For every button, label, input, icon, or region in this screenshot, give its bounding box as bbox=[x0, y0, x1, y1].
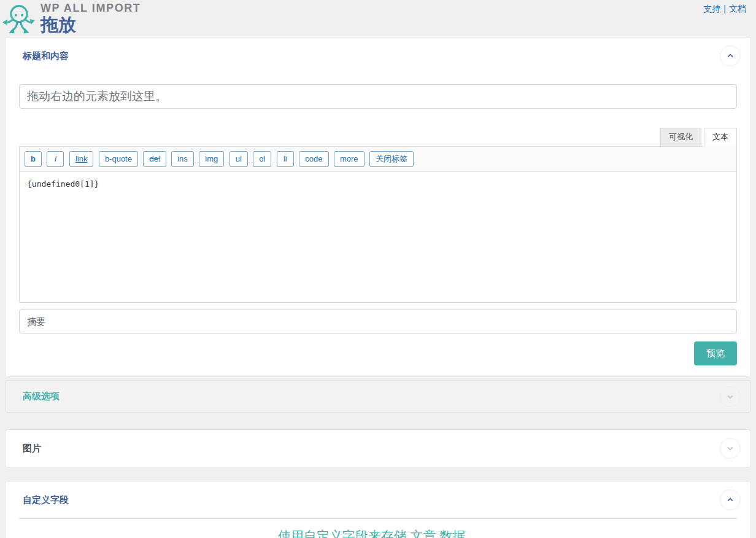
custom-fields-description: 使用自定义字段来存储 文章 数据。 bbox=[19, 528, 737, 538]
custom-fields-collapse-button[interactable] bbox=[720, 489, 741, 510]
quicktag-li-button[interactable]: li bbox=[277, 151, 294, 168]
section-divider bbox=[19, 518, 737, 519]
quicktag-more-button[interactable]: more bbox=[334, 151, 364, 168]
quicktag-img-button[interactable]: img bbox=[199, 151, 224, 168]
quicktag-italic-button[interactable]: i bbox=[47, 151, 64, 168]
link-separator: | bbox=[723, 4, 726, 14]
preview-row: 预览 bbox=[19, 341, 737, 365]
panel-images-header: 图片 bbox=[6, 430, 750, 467]
page-title: 拖放 bbox=[40, 15, 141, 34]
content-textarea[interactable]: {undefined0[1]} bbox=[20, 172, 736, 302]
chevron-down-icon bbox=[726, 392, 735, 401]
brand-text: WP ALL IMPORT 拖放 bbox=[40, 1, 141, 34]
quicktag-ul-button[interactable]: ul bbox=[230, 151, 248, 168]
chevron-down-icon bbox=[726, 444, 735, 453]
excerpt-input[interactable] bbox=[19, 309, 737, 333]
quicktag-del-button[interactable]: del bbox=[143, 151, 166, 168]
quicktag-blockquote-button[interactable]: b-quote bbox=[99, 151, 138, 168]
editor-tabs: 可视化 文本 bbox=[19, 128, 737, 147]
octopus-logo-icon bbox=[2, 2, 36, 37]
panel-advanced-options: 高级选项 bbox=[5, 380, 751, 413]
brand-name: WP ALL IMPORT bbox=[40, 2, 141, 15]
main-content: 标题和内容 可视化 文本 b i link b-quote del bbox=[0, 37, 756, 538]
top-links: 支持|文档 bbox=[703, 1, 746, 37]
quicktag-ol-button[interactable]: ol bbox=[253, 151, 271, 168]
panel-title-content-header: 标题和内容 bbox=[6, 37, 750, 74]
panel-title-content: 标题和内容 可视化 文本 b i link b-quote del bbox=[5, 37, 751, 377]
editor-frame: b i link b-quote del ins img ul ol li co… bbox=[19, 146, 737, 303]
panel-title-content-title: 标题和内容 bbox=[23, 50, 69, 62]
top-bar: WP ALL IMPORT 拖放 支持|文档 bbox=[0, 0, 756, 37]
title-content-collapse-button[interactable] bbox=[720, 45, 741, 66]
docs-link[interactable]: 文档 bbox=[729, 4, 746, 14]
images-expand-button[interactable] bbox=[720, 438, 741, 459]
panel-images-title: 图片 bbox=[23, 443, 41, 454]
preview-button[interactable]: 预览 bbox=[694, 341, 737, 365]
tab-text[interactable]: 文本 bbox=[704, 128, 737, 147]
chevron-up-icon bbox=[726, 52, 735, 60]
advanced-options-expand-button[interactable] bbox=[720, 386, 741, 407]
panel-title-content-body: 可视化 文本 b i link b-quote del ins img ul o… bbox=[6, 74, 750, 376]
tab-visual[interactable]: 可视化 bbox=[660, 128, 701, 147]
panel-images: 图片 bbox=[5, 429, 751, 467]
panel-advanced-options-title: 高级选项 bbox=[23, 391, 60, 402]
quicktags-toolbar: b i link b-quote del ins img ul ol li co… bbox=[20, 147, 736, 173]
panel-custom-fields-header: 自定义字段 bbox=[6, 481, 750, 518]
content-editor: 可视化 文本 b i link b-quote del ins img ul o… bbox=[19, 128, 737, 303]
quicktag-bold-button[interactable]: b bbox=[25, 151, 42, 168]
chevron-up-icon bbox=[726, 496, 735, 504]
panel-custom-fields-title: 自定义字段 bbox=[23, 494, 69, 506]
quicktag-code-button[interactable]: code bbox=[299, 151, 328, 168]
quicktag-ins-button[interactable]: ins bbox=[171, 151, 194, 168]
quicktag-link-button[interactable]: link bbox=[69, 151, 94, 168]
panel-custom-fields: 自定义字段 使用自定义字段来存储 文章 数据。 bbox=[5, 481, 751, 538]
post-title-input[interactable] bbox=[19, 84, 737, 109]
support-link[interactable]: 支持 bbox=[703, 4, 720, 14]
quicktag-close-tags-button[interactable]: 关闭标签 bbox=[369, 151, 414, 168]
panel-advanced-options-header: 高级选项 bbox=[6, 381, 750, 412]
brand-block: WP ALL IMPORT 拖放 bbox=[2, 1, 141, 37]
